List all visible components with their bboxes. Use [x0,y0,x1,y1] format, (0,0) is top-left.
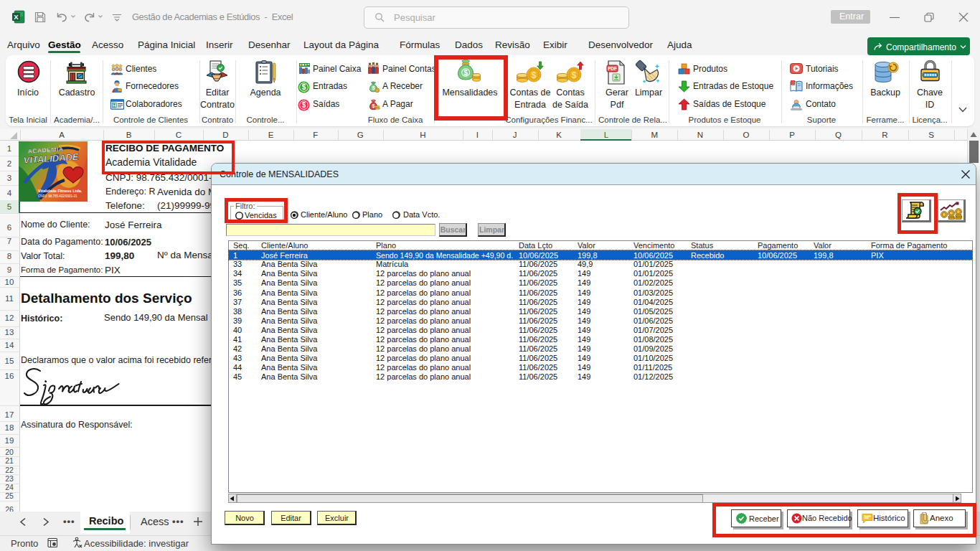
svg-text:X: X [14,13,19,21]
svg-text:$: $ [572,70,577,80]
svg-text:$: $ [532,70,537,80]
svg-text:CNPJ: 98.765.432/0001-21: CNPJ: 98.765.432/0001-21 [38,194,77,198]
svg-text:PDF: PDF [608,66,617,71]
svg-text:$: $ [302,83,306,91]
svg-text:Vitalidade Fitness Ltda.: Vitalidade Fitness Ltda. [38,189,83,193]
svg-text:$: $ [302,101,306,109]
